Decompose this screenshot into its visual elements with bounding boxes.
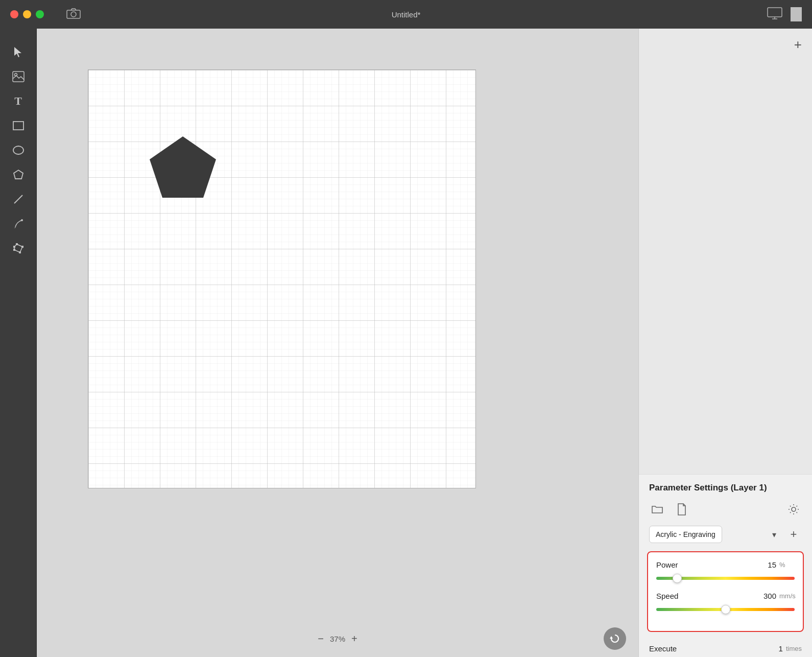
power-value: 15 — [756, 560, 776, 569]
minimize-button[interactable] — [23, 10, 31, 18]
zoom-in-button[interactable]: + — [351, 633, 357, 645]
panel-header: + — [639, 29, 812, 57]
zoom-out-button[interactable]: − — [318, 633, 324, 645]
svg-rect-12 — [13, 246, 15, 248]
svg-point-7 — [13, 146, 23, 154]
window-controls — [10, 10, 44, 18]
svg-rect-16 — [13, 249, 15, 251]
power-row: Power 15 % — [656, 560, 795, 569]
svg-rect-13 — [16, 243, 18, 245]
canvas-grid — [88, 69, 476, 488]
folder-icon[interactable] — [649, 501, 665, 518]
power-unit: % — [779, 561, 795, 569]
pentagon-shape[interactable] — [145, 131, 221, 203]
svg-marker-11 — [14, 244, 22, 252]
svg-rect-6 — [13, 122, 23, 130]
zoom-level: 37% — [330, 635, 345, 643]
titlebar: Untitled* — [0, 0, 812, 29]
svg-marker-3 — [14, 47, 21, 57]
right-panel: + Parameter Settings (Layer 1) — [638, 29, 812, 657]
speed-unit: mm/s — [779, 592, 795, 600]
svg-rect-2 — [768, 8, 782, 17]
line-tool[interactable] — [7, 188, 30, 210]
image-tool[interactable] — [7, 65, 30, 88]
param-box: Power 15 % Speed 300 mm/s — [647, 551, 804, 632]
param-icons-row — [639, 499, 812, 524]
execute-row: Execute 1 times — [639, 640, 812, 657]
polygon-tool[interactable] — [7, 163, 30, 186]
select-tool[interactable] — [7, 41, 30, 63]
zoom-bar: − 37% + — [318, 633, 357, 645]
main-layout: T — [0, 29, 812, 657]
right-panel-top: + — [639, 29, 812, 474]
window-title: Untitled* — [392, 10, 421, 19]
svg-marker-19 — [150, 136, 216, 198]
speed-value: 300 — [756, 592, 776, 600]
svg-rect-14 — [21, 246, 23, 248]
svg-point-1 — [71, 12, 76, 17]
preset-row: Acrylic - Engraving Wood - Cutting Paper… — [639, 524, 812, 551]
play-button[interactable] — [791, 7, 802, 21]
svg-rect-4 — [13, 72, 24, 82]
svg-marker-20 — [610, 636, 613, 639]
execute-label: Execute — [649, 644, 762, 653]
node-tool[interactable] — [7, 237, 30, 260]
rectangle-tool[interactable] — [7, 114, 30, 137]
speed-label: Speed — [656, 592, 756, 600]
speed-row: Speed 300 mm/s — [656, 592, 795, 600]
power-slider-thumb[interactable] — [673, 574, 682, 583]
pen-tool[interactable] — [7, 213, 30, 235]
speed-slider-container — [656, 604, 795, 615]
execute-value: 1 — [762, 644, 783, 653]
settings-icon[interactable] — [785, 501, 802, 518]
reset-view-button[interactable] — [604, 627, 626, 650]
camera-icon[interactable] — [66, 8, 81, 21]
svg-line-9 — [14, 195, 22, 203]
param-settings: Parameter Settings (Layer 1) — [639, 474, 812, 657]
maximize-button[interactable] — [36, 10, 44, 18]
svg-rect-15 — [19, 251, 21, 253]
svg-point-10 — [21, 219, 23, 221]
titlebar-right — [767, 7, 802, 21]
param-title: Parameter Settings (Layer 1) — [639, 474, 812, 499]
power-slider-container — [656, 573, 795, 583]
add-preset-button[interactable]: + — [785, 526, 802, 543]
left-toolbar: T — [0, 29, 37, 657]
execute-unit: times — [786, 645, 802, 652]
preset-select[interactable]: Acrylic - Engraving Wood - Cutting Paper… — [649, 526, 722, 543]
add-layer-button[interactable]: + — [794, 37, 802, 53]
svg-point-21 — [792, 507, 796, 511]
preset-select-wrapper: Acrylic - Engraving Wood - Cutting Paper… — [649, 526, 781, 543]
speed-slider-thumb[interactable] — [721, 605, 730, 614]
close-button[interactable] — [10, 10, 18, 18]
text-tool[interactable]: T — [7, 90, 30, 112]
svg-marker-8 — [14, 170, 23, 179]
monitor-icon[interactable] — [767, 7, 782, 21]
file-icon[interactable] — [674, 501, 690, 518]
power-label: Power — [656, 560, 756, 569]
ellipse-tool[interactable] — [7, 139, 30, 161]
canvas-area[interactable]: − 37% + — [37, 29, 638, 657]
